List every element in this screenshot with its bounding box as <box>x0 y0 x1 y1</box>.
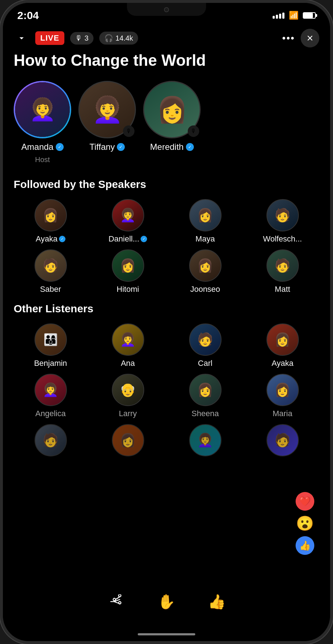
followed-grid: 👩 Ayaka ✓ 👩‍🦱 Daniell... ✓ 👩 <box>14 199 319 294</box>
listener-benjamin-name: Benjamin <box>34 359 67 368</box>
followed-saber[interactable]: 🧑 Saber <box>14 249 87 294</box>
listener-ana-name: Ana <box>121 359 135 368</box>
meredith-mute-icon: 🎙 <box>188 125 199 137</box>
headphone-icon: 🎧 <box>104 34 113 42</box>
reaction-like: 👍 <box>296 536 314 555</box>
listener-angelica[interactable]: 👩‍🦱 Angelica <box>14 374 87 418</box>
speaker-tiffany[interactable]: 👩‍🦱 🎙 Tiffany ✓ <box>78 81 136 164</box>
listener-carl-name: Carl <box>198 359 212 368</box>
listener-sheena[interactable]: 👩 Sheena <box>168 374 242 418</box>
tiffany-verified-icon: ✓ <box>117 143 125 151</box>
avatar-wolfeschmidt: 🧑 <box>266 199 299 231</box>
listeners-section-title: Other Listeners <box>14 303 319 315</box>
chevron-down-button[interactable] <box>14 30 29 46</box>
avatar-matt: 🧑 <box>266 249 299 282</box>
followed-danielle[interactable]: 👩‍🦱 Daniell... ✓ <box>91 199 165 244</box>
listener-12[interactable]: 🧑 <box>246 424 319 456</box>
followed-matt-name: Matt <box>275 285 290 294</box>
reaction-heart: ❤️ <box>296 492 314 511</box>
speaker-amanda[interactable]: 👩‍🦱 Amanda ✓ Host <box>14 81 71 164</box>
followed-maya-name: Maya <box>196 234 215 244</box>
avatar-benjamin: 👨‍👩‍👦 <box>35 323 67 356</box>
avatar-danielle: 👩‍🦱 <box>112 199 144 231</box>
home-indicator <box>138 633 195 635</box>
speaker-meredith[interactable]: 👩 🎙 Meredith ✓ <box>143 81 201 164</box>
listener-ayaka2-name: Ayaka <box>272 359 293 368</box>
more-button[interactable]: ••• <box>282 32 295 44</box>
mic-badge: 🎙 3 <box>70 32 93 45</box>
listener-maria-name: Maria <box>273 409 292 418</box>
battery-icon <box>303 12 316 19</box>
avatar-12: 🧑 <box>266 424 299 456</box>
reactions-area: ❤️ 😮 👍 <box>296 492 314 555</box>
headphone-count: 14.4k <box>115 34 133 42</box>
followed-wolfeschmidt[interactable]: 🧑 Wolfesch... <box>246 199 319 244</box>
avatar-carl: 🧑 <box>189 323 222 356</box>
raise-hand-button[interactable]: ✋ <box>156 591 177 612</box>
amanda-name: Amanda ✓ <box>21 142 63 152</box>
avatar-sheena: 👩 <box>189 374 222 406</box>
followed-matt[interactable]: 🧑 Matt <box>246 249 319 294</box>
listener-larry-name: Larry <box>119 409 137 418</box>
avatar-wrap-tiffany: 👩‍🦱 🎙 <box>78 81 136 138</box>
avatar-amanda: 👩‍🦱 <box>14 81 71 138</box>
camera-dot <box>164 7 169 12</box>
followed-joonseo[interactable]: 👩 Joonseo <box>168 249 242 294</box>
listener-sheena-name: Sheena <box>192 409 219 418</box>
bottom-action-bar: ✋ 👍 <box>3 584 330 620</box>
amanda-verified-icon: ✓ <box>56 143 64 151</box>
tiffany-mute-icon: 🎙 <box>123 125 134 137</box>
meredith-verified-icon: ✓ <box>186 143 194 151</box>
avatar-ayaka: 👩 <box>35 199 67 231</box>
mic-icon: 🎙 <box>75 34 82 42</box>
listener-10[interactable]: 👩 <box>91 424 165 456</box>
main-content: How to Change the World 👩‍🦱 Amanda ✓ Hos… <box>3 51 330 617</box>
followed-section-title: Followed by the Speakers <box>14 178 319 190</box>
speakers-row: 👩‍🦱 Amanda ✓ Host 👩‍🦱 🎙 <box>14 81 319 164</box>
phone-screen: 2:04 📶 LIVE 🎙 3 <box>3 3 330 641</box>
avatar-angelica: 👩‍🦱 <box>35 374 67 406</box>
followed-ayaka-name: Ayaka ✓ <box>36 234 65 244</box>
avatar-11: 👩‍🦱 <box>189 424 222 456</box>
live-badge: LIVE <box>35 31 64 45</box>
listener-larry[interactable]: 👴 Larry <box>91 374 165 418</box>
close-button[interactable] <box>301 29 319 47</box>
avatar-joonseo: 👩 <box>189 249 222 282</box>
avatar-maria: 👩 <box>266 374 299 406</box>
signal-bars-icon <box>273 13 284 19</box>
followed-maya[interactable]: 👩 Maya <box>168 199 242 244</box>
followed-ayaka[interactable]: 👩 Ayaka ✓ <box>14 199 87 244</box>
listener-benjamin[interactable]: 👨‍👩‍👦 Benjamin <box>14 323 87 368</box>
listener-maria[interactable]: 👩 Maria <box>246 374 319 418</box>
tiffany-name: Tiffany ✓ <box>90 142 125 152</box>
avatar-ana: 👩‍🦱 <box>112 323 144 356</box>
listener-carl[interactable]: 🧑 Carl <box>168 323 242 368</box>
mic-count: 3 <box>85 34 88 42</box>
danielle-verified-icon: ✓ <box>141 236 147 242</box>
status-icons: 📶 <box>273 11 316 20</box>
followed-hitomi[interactable]: 👩 Hitomi <box>91 249 165 294</box>
wifi-icon: 📶 <box>289 11 298 20</box>
avatar-maya: 👩 <box>189 199 222 231</box>
listener-ana[interactable]: 👩‍🦱 Ana <box>91 323 165 368</box>
avatar-wrap-amanda: 👩‍🦱 <box>14 81 71 138</box>
headphone-badge: 🎧 14.4k <box>99 32 138 45</box>
listener-ayaka2[interactable]: 👩 Ayaka <box>246 323 319 368</box>
avatar-hitomi: 👩 <box>112 249 144 282</box>
ayaka-verified-icon: ✓ <box>59 236 65 242</box>
amanda-avatar-img: 👩‍🦱 <box>15 82 70 137</box>
avatar-wrap-meredith: 👩 🎙 <box>143 81 201 138</box>
clap-button[interactable]: 👍 <box>206 591 228 612</box>
avatar-ayaka2: 👩 <box>266 323 299 356</box>
reaction-wow: 😮 <box>296 515 314 532</box>
avatar-10: 👩 <box>112 424 144 456</box>
notch <box>127 3 206 16</box>
avatar-larry: 👴 <box>112 374 144 406</box>
share-button[interactable] <box>105 591 127 612</box>
phone-frame: 2:04 📶 LIVE 🎙 3 <box>0 0 333 644</box>
listener-11[interactable]: 👩‍🦱 <box>168 424 242 456</box>
followed-saber-name: Saber <box>40 285 61 294</box>
amanda-host-label: Host <box>35 156 50 164</box>
listener-9[interactable]: 🧑 <box>14 424 87 456</box>
avatar-saber: 🧑 <box>35 249 67 282</box>
